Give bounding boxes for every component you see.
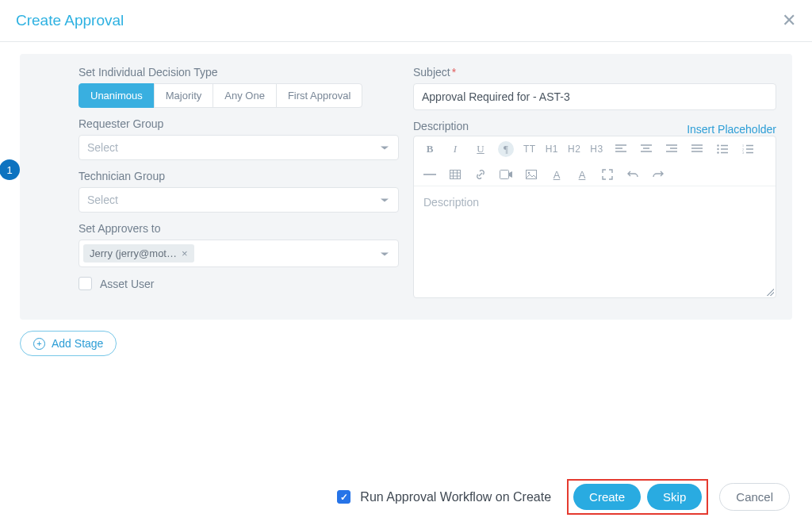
fullscreen-icon[interactable] [599, 167, 615, 182]
add-stage-button[interactable]: + Add Stage [20, 331, 117, 356]
undo-icon[interactable] [625, 167, 641, 182]
approver-chip: Jerry (jerry@mot… × [83, 244, 194, 263]
image-icon[interactable] [523, 167, 539, 182]
subject-input[interactable] [413, 83, 776, 110]
clear-format-icon[interactable]: A [574, 167, 590, 182]
requester-group-select[interactable]: Select [79, 135, 399, 160]
decision-majority[interactable]: Majority [154, 83, 214, 108]
decision-unanimous[interactable]: Unanimous [79, 83, 155, 108]
svg-point-9 [528, 172, 530, 174]
requester-group-placeholder: Select [87, 141, 118, 154]
highlight-box: Create Skip [567, 479, 708, 515]
hr-icon[interactable] [422, 167, 438, 182]
link-icon[interactable] [473, 167, 488, 182]
add-stage-label: Add Stage [52, 337, 103, 350]
description-label: Description [413, 120, 469, 132]
decision-type-label: Set Individual Decision Type [79, 66, 399, 79]
table-icon[interactable] [447, 167, 463, 182]
run-workflow-checkbox[interactable] [337, 490, 350, 504]
stage-number-badge: 1 [0, 159, 20, 180]
insert-placeholder-link[interactable]: Insert Placeholder [687, 123, 776, 136]
rich-text-editor: B I U ¶ TT H1 H2 H3 123 [413, 136, 776, 298]
technician-group-placeholder: Select [87, 194, 118, 206]
svg-rect-7 [500, 171, 509, 179]
subject-label: Subject* [413, 66, 776, 79]
h2-icon[interactable]: H2 [568, 144, 580, 155]
align-justify-icon[interactable] [689, 141, 705, 157]
description-textarea[interactable]: Description [414, 186, 776, 297]
video-icon[interactable] [498, 167, 514, 182]
requester-group-label: Requester Group [79, 117, 399, 130]
svg-point-2 [717, 151, 718, 153]
close-icon[interactable]: ✕ [782, 12, 796, 29]
bold-icon[interactable]: B [422, 141, 438, 157]
create-button[interactable]: Create [573, 484, 641, 510]
remove-approver-icon[interactable]: × [182, 247, 188, 259]
skip-button[interactable]: Skip [647, 484, 702, 510]
italic-icon[interactable]: I [447, 141, 463, 157]
technician-group-label: Technician Group [79, 170, 399, 182]
align-center-icon[interactable] [638, 141, 654, 157]
decision-anyone[interactable]: Any One [213, 83, 277, 108]
bullet-list-icon[interactable] [714, 141, 730, 157]
description-placeholder: Description [423, 196, 479, 209]
run-workflow-label: Run Approval Workflow on Create [360, 490, 551, 504]
modal-title: Create Approval [16, 12, 124, 29]
h3-icon[interactable]: H3 [590, 144, 603, 155]
svg-rect-6 [450, 171, 461, 179]
decision-type-group: Unanimous Majority Any One First Approva… [79, 83, 362, 108]
font-color-icon[interactable]: A [549, 167, 565, 182]
svg-rect-8 [527, 171, 537, 179]
approver-chip-text: Jerry (jerry@mot… [90, 247, 177, 259]
decision-first[interactable]: First Approval [276, 83, 362, 108]
cancel-button[interactable]: Cancel [719, 483, 790, 511]
paragraph-icon[interactable]: ¶ [498, 141, 514, 157]
h1-icon[interactable]: H1 [546, 144, 558, 155]
align-right-icon[interactable] [664, 141, 680, 157]
underline-icon[interactable]: U [473, 141, 488, 157]
approvers-label: Set Approvers to [79, 222, 399, 235]
redo-icon[interactable] [650, 167, 666, 182]
svg-point-1 [717, 148, 718, 150]
asset-user-label: Asset User [100, 278, 154, 290]
asset-user-checkbox[interactable] [79, 277, 92, 290]
technician-group-select[interactable]: Select [79, 187, 399, 213]
number-list-icon[interactable]: 123 [740, 141, 756, 157]
resize-handle-icon[interactable] [764, 286, 774, 296]
align-left-icon[interactable] [613, 141, 629, 157]
plus-circle-icon: + [33, 338, 45, 350]
editor-toolbar: B I U ¶ TT H1 H2 H3 123 [414, 136, 776, 186]
svg-text:3: 3 [742, 151, 744, 154]
approvers-select[interactable]: Jerry (jerry@mot… × [79, 240, 399, 267]
svg-point-0 [717, 144, 718, 146]
tt-icon[interactable]: TT [523, 144, 536, 155]
